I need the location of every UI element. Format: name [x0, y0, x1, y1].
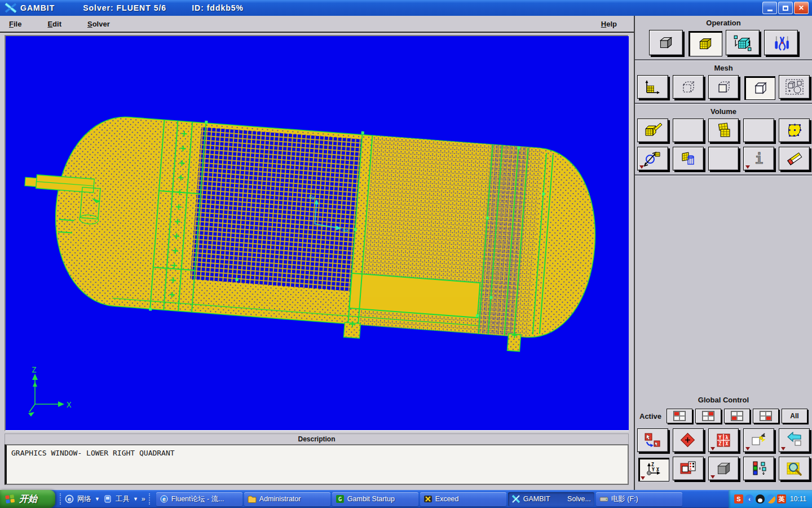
group-mesh-button[interactable] [779, 75, 810, 99]
geometry-button[interactable] [649, 30, 683, 55]
task-gambit-startup[interactable]: G Gambit Startup [332, 492, 418, 506]
task-movie-drive[interactable]: 电影 (F:) [596, 492, 682, 506]
description-text[interactable]: GRAPHICS WINDOW- LOWER RIGHT QUADRANT [5, 444, 629, 485]
copy-mesh-button[interactable] [708, 119, 739, 142]
task-label: GAMBIT [523, 495, 550, 503]
minimize-button[interactable] [762, 2, 777, 14]
system-tray: S ‹ 英 10:11 [729, 490, 812, 508]
toolbar-grip[interactable] [149, 493, 151, 505]
vessel-group: Gy Gx [15, 106, 602, 356]
zones-button[interactable] [726, 30, 760, 55]
menu-help[interactable]: Help [601, 20, 617, 28]
info-button[interactable]: i [743, 147, 774, 170]
toolbar-grip[interactable] [60, 493, 61, 505]
dropdown-arrow-icon [781, 447, 785, 450]
menu-solver[interactable]: Solver [87, 20, 110, 28]
all-quadrants-button[interactable]: All [782, 409, 807, 423]
quadrant-lower-right-icon [760, 411, 772, 421]
task-label: Exceed [435, 495, 459, 503]
menu-file[interactable]: File [9, 20, 21, 28]
volume-mesh-button[interactable] [744, 76, 775, 100]
display-attributes-button[interactable] [673, 457, 704, 480]
axis-z-label: Z [32, 365, 36, 374]
quadrant-lower-left-icon [731, 411, 743, 421]
ime-indicator[interactable]: 英 [777, 494, 786, 503]
visibility-button[interactable] [743, 428, 774, 452]
qq-belly [758, 498, 762, 502]
quadrant-lower-left-button[interactable] [724, 409, 750, 423]
unlink-mesh-button[interactable] [673, 147, 704, 170]
pan-view-button[interactable] [637, 428, 668, 452]
blank-button[interactable] [743, 119, 774, 142]
start-button[interactable]: 开始 [0, 490, 55, 508]
cube-mesh-cyan-icon [733, 34, 752, 51]
task-label: Administrator [259, 495, 301, 503]
dropdown-arrow-icon [745, 165, 750, 169]
examine-mesh-icon [785, 460, 804, 477]
titlebar-id-label: ID: fddkb5% [192, 3, 244, 12]
network-menu[interactable]: 网络 [77, 494, 91, 504]
tools-button[interactable] [764, 30, 798, 55]
render-mode-button[interactable] [708, 457, 739, 480]
group-mesh-icon [785, 78, 804, 95]
task-gambit[interactable]: GAMBIT Solve... [508, 492, 594, 506]
shaded-cube-icon [714, 460, 733, 477]
edge-mesh-button[interactable] [673, 75, 704, 99]
task-administrator[interactable]: Administrator [244, 492, 330, 506]
quadrant-upper-right-button[interactable] [695, 409, 721, 423]
graphics-window[interactable]: Gy Gx Z X [6, 36, 629, 430]
mesh-operation-button[interactable] [689, 31, 722, 56]
mesh-volume-button[interactable] [637, 119, 668, 142]
device-icon[interactable] [103, 494, 112, 503]
face-mesh-button[interactable] [708, 75, 739, 99]
boundary-layer-icon [643, 79, 661, 95]
axis-triad: Z X [28, 365, 72, 417]
ie-icon[interactable]: e [65, 494, 74, 503]
vertex-type-button[interactable] [637, 147, 668, 170]
sogou-tray-icon[interactable]: S [734, 494, 743, 503]
vertex-type-icon [643, 150, 662, 167]
menubar: File Edit Solver Help [0, 16, 634, 33]
taskbar: 开始 e 网络 ▼ 工具 ▼ » e [0, 490, 812, 508]
fit-to-window-button[interactable] [673, 428, 704, 452]
cube-mesh-yellow-icon [696, 36, 715, 52]
smooth-volume-icon [785, 122, 804, 139]
undo-button[interactable] [779, 428, 810, 452]
dropdown-arrow-icon [710, 475, 715, 479]
quadrant-upper-left-icon [673, 411, 686, 421]
axis-display-button[interactable]: Z Y X [638, 458, 669, 481]
restore-button[interactable] [778, 2, 793, 14]
axis-triad-icon: Z Y X [644, 461, 663, 478]
examine-mesh-button[interactable] [779, 457, 810, 480]
mesh-volume-icon [643, 122, 662, 139]
chevron-down-icon[interactable]: ▼ [133, 496, 138, 502]
globe-tray-icon[interactable] [766, 494, 775, 503]
close-button[interactable]: ✕ [794, 2, 809, 14]
windows-flag-icon [5, 493, 16, 505]
clock[interactable]: 10:11 [790, 495, 806, 503]
qq-tray-icon[interactable] [756, 494, 765, 503]
color-mode-button[interactable] [743, 457, 774, 480]
quadrant-upper-right-icon [702, 411, 714, 421]
quadrant-lower-right-button[interactable] [753, 409, 779, 423]
boundary-layer-button[interactable] [637, 75, 668, 99]
quadrant-upper-left-button[interactable] [667, 409, 692, 423]
tools-menu[interactable]: 工具 [116, 494, 130, 504]
messenger-tray-icon[interactable]: ‹ [745, 494, 754, 503]
blank-button[interactable] [708, 147, 739, 170]
task-fluent-forum[interactable]: e Fluent论坛 - 流... [156, 492, 242, 506]
mouse-view-icon [643, 432, 662, 449]
global-control-title: Global Control [635, 393, 812, 406]
fit-to-window-icon [678, 432, 698, 449]
delete-mesh-button[interactable] [779, 147, 810, 170]
orient-view-button[interactable]: Y λ Z X [708, 428, 739, 452]
smooth-volume-button[interactable] [779, 119, 810, 142]
menu-edit[interactable]: Edit [47, 20, 61, 28]
task-label: 电影 (F:) [611, 494, 638, 504]
chevron-down-icon[interactable]: ▼ [95, 496, 100, 502]
dropdown-arrow-icon [639, 165, 644, 169]
overflow-chevron[interactable]: » [142, 495, 145, 503]
tools-icon [771, 34, 791, 51]
blank-button[interactable] [673, 119, 704, 142]
task-exceed[interactable]: Exceed [420, 492, 506, 506]
